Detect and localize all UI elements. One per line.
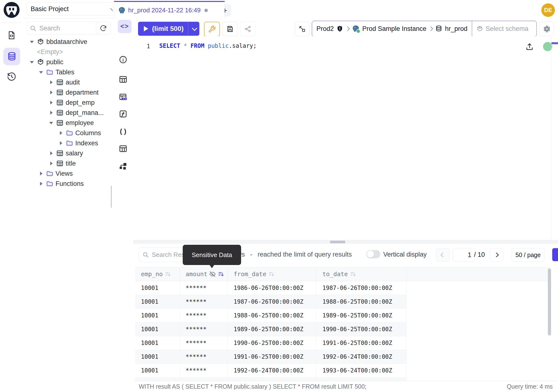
table-row[interactable]: 10001******1992-06-24T00:00:00Z1993-06-2… [135, 364, 550, 377]
project-selector[interactable]: Basic Project [26, 2, 118, 16]
table-panel-icon[interactable] [119, 75, 127, 84]
tree-item-functions[interactable]: Functions [23, 179, 113, 189]
schema-select[interactable]: Select schema [472, 21, 533, 36]
editor-overview-ruler[interactable] [551, 36, 551, 240]
caret-right-icon[interactable] [38, 181, 44, 186]
external-table-icon[interactable] [119, 144, 127, 153]
table-row[interactable]: 10001******1990-06-25T00:00:00Z1991-06-2… [135, 336, 550, 350]
save-button[interactable] [223, 22, 237, 36]
sql-check-button[interactable] [204, 22, 220, 37]
bytebase-logo[interactable] [3, 1, 20, 18]
page-number-input[interactable]: 1 [453, 248, 475, 262]
caret-down-icon[interactable] [29, 59, 35, 65]
table-icon [56, 160, 63, 167]
caret-right-icon[interactable] [38, 171, 44, 176]
export-button-partial[interactable] [552, 248, 558, 261]
caret-down-icon[interactable] [38, 70, 44, 75]
tab-hr-prod[interactable]: hr_prod 2024-11-22 16:49 [114, 1, 225, 18]
database-panel-button[interactable] [3, 48, 20, 65]
parentheses-icon[interactable]: ( ) [119, 127, 127, 136]
vertical-display-toggle[interactable] [366, 250, 380, 258]
query-results-panel: 500 rows - reached the limit of query re… [133, 244, 558, 392]
results-scrollbar-thumb[interactable] [548, 268, 551, 336]
avatar[interactable]: DE [541, 3, 555, 17]
tree-item-salary[interactable]: salary [23, 148, 113, 158]
table-row[interactable]: 10001******1987-06-26T00:00:00Z1988-06-2… [135, 295, 550, 309]
prev-page-button[interactable] [436, 248, 450, 262]
share-button[interactable] [240, 22, 255, 36]
column-header-to-date[interactable]: to_date [317, 267, 407, 281]
eye-off-icon[interactable] [209, 271, 216, 277]
run-label: (limit 500) [152, 25, 184, 33]
table-icon [56, 79, 63, 86]
unsaved-dot-icon [204, 9, 208, 12]
sql-editor[interactable]: 1 SELECT*FROMpublic.salary; [133, 36, 558, 240]
breadcrumb-database-scope[interactable]: Prod2 Prod Sample Instance hr_prod [312, 21, 472, 36]
sort-icon-active[interactable] [218, 271, 225, 278]
caret-down-icon[interactable] [29, 39, 35, 44]
column-header-amount[interactable]: amount [180, 267, 228, 281]
refresh-button[interactable] [96, 22, 111, 35]
tree-item-department[interactable]: department [23, 87, 113, 97]
tree-item-public[interactable]: public [23, 57, 113, 67]
caret-right-icon[interactable] [49, 90, 54, 95]
sql-code-line: SELECT*FROMpublic.salary; [159, 43, 257, 49]
schema-cube-icon [476, 25, 483, 32]
tree-item-employee[interactable]: employee [23, 118, 113, 128]
caret-right-icon[interactable] [58, 140, 63, 146]
caret-right-icon[interactable] [58, 130, 63, 136]
upload-sheet-icon[interactable] [525, 43, 534, 51]
table-row[interactable]: 10001******1989-06-25T00:00:00Z1990-06-2… [135, 322, 550, 336]
caret-right-icon[interactable] [49, 151, 54, 156]
column-header-filler [407, 267, 550, 281]
column-header-from-date[interactable]: from_date [228, 267, 317, 281]
sort-icon[interactable] [268, 271, 275, 278]
caret-right-icon[interactable] [49, 80, 54, 85]
caret-right-icon[interactable] [49, 161, 54, 166]
tree-item-views[interactable]: Views [23, 168, 113, 179]
tree-label: bbdataarchive [46, 38, 87, 46]
sort-icon[interactable] [165, 271, 171, 278]
tree-label: Tables [55, 69, 74, 76]
schema-cube-icon [37, 58, 44, 66]
results-table-body: 10001******1986-06-26T00:00:00Z1987-06-2… [135, 281, 550, 381]
tree-item-dept-manager[interactable]: dept_mana... [23, 108, 113, 118]
masked-table-icon[interactable] [119, 93, 127, 101]
table-row[interactable]: 10001******1988-06-25T00:00:00Z1989-06-2… [135, 309, 550, 322]
editor-side-rail: <> ( ) [113, 17, 133, 392]
search-icon [30, 25, 36, 32]
tree-item-dept-emp[interactable]: dept_emp [23, 97, 113, 108]
panel-resize-handle[interactable] [133, 240, 558, 244]
info-icon[interactable] [119, 55, 127, 64]
page-size-select[interactable]: 50 / page [512, 248, 544, 262]
tree-item-audit[interactable]: audit [23, 77, 113, 87]
tree-item-title[interactable]: title [23, 158, 113, 168]
code-panel-button[interactable]: <> [118, 20, 131, 33]
caret-right-icon[interactable] [49, 100, 54, 105]
sort-icon[interactable] [350, 271, 357, 278]
schema-diagram-icon[interactable] [119, 162, 127, 170]
caret-down-icon[interactable] [49, 120, 54, 125]
caret-right-icon[interactable] [49, 110, 54, 115]
tree-item-columns[interactable]: Columns [23, 128, 113, 138]
sidebar-search[interactable] [26, 22, 99, 35]
ai-assistant-button[interactable] [540, 22, 554, 36]
tree-item-tables[interactable]: Tables [23, 67, 113, 77]
table-row[interactable]: 10001******1991-06-25T00:00:00Z1992-06-2… [135, 350, 550, 364]
function-icon[interactable] [119, 110, 127, 118]
table-row[interactable]: 10001******1986-06-26T00:00:00Z1987-06-2… [135, 281, 550, 295]
worksheet-icon[interactable] [7, 30, 17, 40]
column-header-emp-no[interactable]: emp_no [135, 267, 180, 281]
chevron-down-icon[interactable] [192, 26, 197, 31]
chevron-left-icon [440, 253, 445, 257]
next-page-button[interactable] [490, 248, 503, 262]
history-icon[interactable] [7, 72, 17, 82]
tooltip-text: Sensitive Data [192, 251, 232, 259]
connection-icon-button[interactable] [295, 22, 309, 36]
instance-label: Prod Sample Instance [362, 25, 427, 33]
run-query-button[interactable]: (limit 500) [138, 22, 199, 36]
tree-item-indexes[interactable]: Indexes [23, 138, 113, 148]
table-row[interactable]: 10001******1993-06-24T00:00:00Z1994-06-2… [135, 377, 550, 381]
tree-item-bbdataarchive[interactable]: bbdataarchive [23, 37, 113, 47]
sidebar-search-input[interactable] [39, 24, 88, 32]
